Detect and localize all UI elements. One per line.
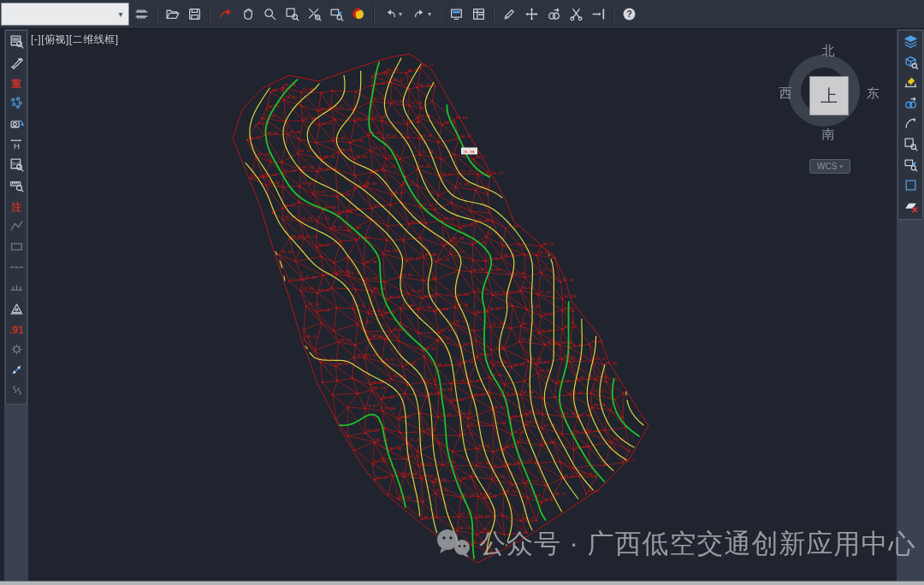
square-tool-button[interactable] xyxy=(901,176,920,197)
toolbar-separator xyxy=(373,5,375,24)
right-tool-panel xyxy=(897,28,924,585)
zoom-extents-button[interactable] xyxy=(348,3,369,26)
extend-icon xyxy=(591,7,606,21)
floppy-icon xyxy=(187,7,202,21)
workspace-dropdown[interactable]: ▾ xyxy=(1,3,129,26)
zoom-button[interactable] xyxy=(259,3,280,26)
open-button[interactable] xyxy=(162,3,182,26)
toolbar-separator xyxy=(209,5,210,24)
viewports-button[interactable] xyxy=(446,3,466,26)
annotate-tool-button-glyph: 注 xyxy=(11,202,21,212)
brush-tool-button[interactable] xyxy=(7,53,26,74)
zoom-previous-right-button[interactable] xyxy=(901,156,920,176)
view-cube-north[interactable]: 北 xyxy=(820,43,837,59)
redo-icon xyxy=(412,7,427,21)
zoom-previous-button[interactable] xyxy=(326,3,346,26)
zoom-dynamic-button[interactable] xyxy=(304,3,324,26)
gear-icon xyxy=(9,342,24,360)
workspace-switch-button[interactable] xyxy=(131,3,151,26)
settings-gear-button[interactable] xyxy=(7,340,26,361)
copy-button[interactable] xyxy=(543,3,564,26)
dim-search-button[interactable] xyxy=(7,176,26,197)
trim-button[interactable] xyxy=(566,3,586,26)
undo-button[interactable]: ▾ xyxy=(379,3,406,26)
point-cloud-button[interactable] xyxy=(7,94,26,115)
dots-icon xyxy=(9,96,24,114)
top-toolbar: ▾ ▾▾? xyxy=(0,0,924,29)
coord-search-button[interactable]: [xy] xyxy=(7,156,26,176)
doc-search-icon xyxy=(9,34,24,52)
arc-arrow-button[interactable] xyxy=(901,115,920,135)
erase-button[interactable] xyxy=(499,3,519,26)
move-button[interactable] xyxy=(521,3,542,26)
model-search-button[interactable] xyxy=(901,53,920,74)
toolbar-separator xyxy=(156,5,157,24)
help-icon: ? xyxy=(622,7,637,21)
zoom-window-button[interactable] xyxy=(281,3,302,26)
wcs-label: WCS xyxy=(817,162,837,171)
spline-pair-button[interactable] xyxy=(7,381,26,402)
grid-panel-icon xyxy=(471,7,486,21)
red-char-tool-button-glyph: 重 xyxy=(11,79,21,89)
chevron-down-icon[interactable]: ▾ xyxy=(428,10,431,18)
bottom-scrollbar[interactable] xyxy=(0,581,924,585)
polyline-icon xyxy=(9,219,24,237)
station-icon xyxy=(9,301,24,319)
help-button[interactable]: ? xyxy=(619,3,639,26)
layers-button[interactable] xyxy=(901,32,920,53)
toolbar-separator xyxy=(440,5,441,24)
polyline-tool-button[interactable] xyxy=(7,217,26,238)
annotate-tool-button[interactable]: 注 xyxy=(7,197,26,217)
dim-edit-icon xyxy=(903,75,918,93)
svg-text:H: H xyxy=(14,141,20,151)
toolbar-separator xyxy=(493,5,495,24)
pencil-icon xyxy=(502,7,517,21)
chevron-down-icon[interactable]: ▾ xyxy=(399,10,402,18)
section-h-button[interactable]: H xyxy=(7,135,26,156)
view-cube-west[interactable]: 西 xyxy=(777,86,794,102)
stretch-arrow-button[interactable] xyxy=(7,361,26,381)
copy-blue-icon xyxy=(903,96,918,114)
zoom-window-right-button[interactable] xyxy=(901,135,920,156)
surface-delete-icon xyxy=(903,198,918,216)
surface-delete-button[interactable] xyxy=(901,197,920,217)
red-char-tool-button[interactable]: 重 xyxy=(7,74,26,94)
arc-arrow-icon xyxy=(903,116,918,134)
camera-icon xyxy=(9,116,24,134)
camera-rotate-button[interactable] xyxy=(7,115,26,135)
scissors-icon xyxy=(569,7,583,21)
chevron-down-icon: ▾ xyxy=(839,163,843,170)
ticks-icon xyxy=(9,281,24,298)
svg-text:?: ? xyxy=(626,9,631,19)
view-cube-top-face[interactable]: 上 xyxy=(809,76,849,115)
extend-button[interactable] xyxy=(588,3,608,26)
hand-icon xyxy=(240,7,255,21)
rectangle-tool-button[interactable] xyxy=(7,238,26,258)
workspace-grid-icon xyxy=(134,7,149,21)
squiggle-icon xyxy=(9,383,24,401)
elevation-label-button-glyph: .91 xyxy=(9,325,24,335)
ticks-tool-button[interactable] xyxy=(7,279,26,299)
viewport-controls-label[interactable]: [-][俯视][二维线框] xyxy=(31,32,119,47)
elevation-label-button[interactable]: .91 xyxy=(7,320,26,340)
save-button[interactable] xyxy=(184,3,204,26)
red-pen-icon xyxy=(218,7,233,21)
diag-arrow-icon xyxy=(9,363,24,381)
view-cube-east[interactable]: 东 xyxy=(864,86,881,102)
markup-pen-button[interactable] xyxy=(215,3,235,26)
chevron-down-icon: ▾ xyxy=(113,9,128,19)
code-search-button[interactable] xyxy=(7,32,26,53)
redo-button[interactable]: ▾ xyxy=(408,3,435,26)
xy-search-icon: [xy] xyxy=(9,157,24,175)
dashed-line-button[interactable] xyxy=(7,258,26,279)
copy-circles-button[interactable] xyxy=(901,94,920,115)
pan-button[interactable] xyxy=(237,3,258,26)
station-tool-button[interactable] xyxy=(7,299,26,320)
rect-arrow-magnifier-icon xyxy=(903,157,918,175)
wcs-dropdown[interactable]: WCS ▾ xyxy=(809,159,850,174)
rect-magnifier-icon xyxy=(903,137,918,155)
ruler-search-icon xyxy=(9,178,24,196)
dim-edit-button[interactable] xyxy=(901,74,920,94)
view-cube-south[interactable]: 南 xyxy=(820,127,837,143)
properties-button[interactable] xyxy=(468,3,489,26)
